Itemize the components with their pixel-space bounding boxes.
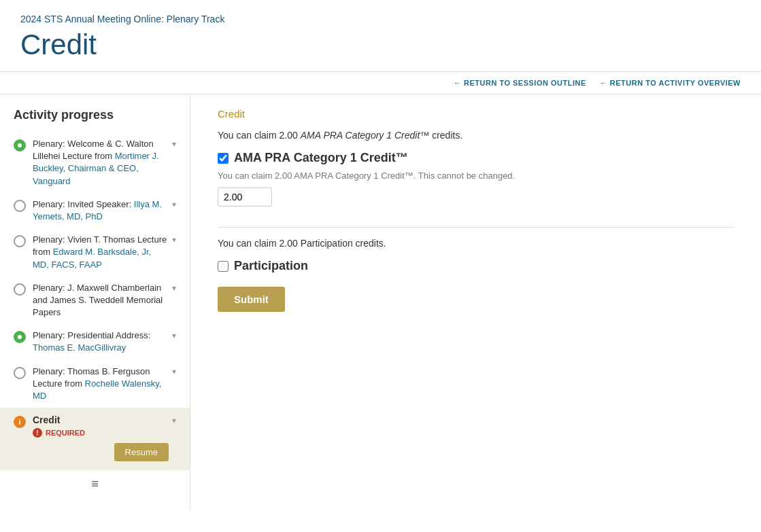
chevron-icon-1: ▾: [172, 139, 176, 149]
return-session-link[interactable]: RETURN TO SESSION OUTLINE: [454, 79, 586, 87]
sidebar-title: Activity progress: [0, 108, 190, 132]
ama-desc-prefix: You can claim 2.00: [218, 130, 301, 141]
page-header: 2024 STS Annual Meeting Online: Plenary …: [0, 0, 761, 72]
radio-empty-icon-6: [14, 367, 26, 379]
ama-checkbox-row: AMA PRA Category 1 Credit™: [218, 151, 734, 165]
radio-empty-icon-3: [14, 235, 26, 247]
required-text: REQUIRED: [46, 429, 85, 437]
radio-info-icon-credit: i: [14, 416, 26, 428]
page-subtitle: 2024 STS Annual Meeting Online: Plenary …: [20, 14, 741, 24]
chevron-icon-6: ▾: [172, 367, 176, 376]
radio-empty-icon-2: [14, 200, 26, 212]
sidebar-item-6[interactable]: Plenary: Thomas B. Ferguson Lecture from…: [0, 360, 190, 408]
required-icon: !: [33, 428, 42, 438]
sidebar-item-label-2: Plenary: Invited Speaker: Illya M. Yemet…: [33, 198, 169, 223]
sidebar-item-5[interactable]: Plenary: Presidential Address: Thomas E.…: [0, 324, 190, 359]
sidebar-item-label-6: Plenary: Thomas B. Ferguson Lecture from…: [33, 366, 169, 403]
content-area: Credit You can claim 2.00 AMA PRA Catego…: [190, 94, 761, 512]
required-badge: ! REQUIRED: [33, 428, 169, 438]
participation-checkbox-label[interactable]: Participation: [234, 259, 308, 273]
main-content: Activity progress Plenary: Welcome & C. …: [0, 94, 761, 512]
sidebar-item-credit[interactable]: i Credit ! REQUIRED Resume ▾: [0, 408, 190, 470]
sidebar-item-4[interactable]: Plenary: J. Maxwell Chamberlain and Jame…: [0, 277, 190, 325]
content-section-title: Credit: [218, 108, 734, 120]
credit-item-label: Credit: [33, 414, 169, 425]
radio-checked-icon-1: [14, 139, 26, 152]
sidebar-item-3[interactable]: Plenary: Vivien T. Thomas Lecture from E…: [0, 228, 190, 277]
ama-sub-desc-suffix: This cannot be changed.: [416, 171, 515, 181]
resume-button[interactable]: Resume: [114, 443, 169, 461]
ama-desc-credit: AMA PRA Category 1 Credit™: [301, 130, 430, 141]
chevron-icon-credit: ▾: [172, 416, 176, 425]
return-activity-link[interactable]: RETURN TO ACTIVITY OVERVIEW: [600, 79, 741, 87]
sidebar-item-2[interactable]: Plenary: Invited Speaker: Illya M. Yemet…: [0, 193, 190, 228]
page-title: Credit: [20, 29, 741, 61]
sidebar-item-label-5: Plenary: Presidential Address: Thomas E.…: [33, 330, 169, 354]
nav-bar: RETURN TO SESSION OUTLINE RETURN TO ACTI…: [0, 72, 761, 94]
participation-checkbox[interactable]: [218, 261, 229, 272]
chevron-icon-3: ▾: [172, 235, 176, 245]
ama-desc-suffix: credits.: [429, 130, 462, 141]
ama-sub-desc-prefix: You can claim 2.00 AMA PRA Category 1 Cr…: [218, 171, 416, 181]
ama-checkbox-label[interactable]: AMA PRA Category 1 Credit™: [234, 151, 408, 165]
chevron-icon-4: ▾: [172, 283, 176, 293]
sidebar-item-label-3: Plenary: Vivien T. Thomas Lecture from E…: [33, 234, 169, 271]
credit-item-content: Credit ! REQUIRED Resume: [33, 414, 169, 467]
participation-checkbox-row: Participation: [218, 259, 734, 273]
chevron-icon-2: ▾: [172, 200, 176, 209]
radio-checked-icon-5: [14, 331, 26, 343]
ama-checkbox[interactable]: [218, 153, 229, 164]
sidebar: Activity progress Plenary: Welcome & C. …: [0, 94, 190, 512]
sidebar-item-1[interactable]: Plenary: Welcome & C. Walton Lillehei Le…: [0, 132, 190, 193]
menu-icon[interactable]: ≡: [0, 470, 190, 498]
ama-value-input[interactable]: [218, 188, 272, 207]
divider: [218, 227, 734, 228]
radio-empty-icon-4: [14, 283, 26, 296]
participation-description: You can claim 2.00 Participation credits…: [218, 238, 734, 249]
ama-sub-desc: You can claim 2.00 AMA PRA Category 1 Cr…: [218, 171, 734, 181]
chevron-icon-5: ▾: [172, 331, 176, 340]
ama-description: You can claim 2.00 AMA PRA Category 1 Cr…: [218, 130, 734, 141]
sidebar-item-label-4: Plenary: J. Maxwell Chamberlain and Jame…: [33, 282, 169, 319]
submit-button[interactable]: Submit: [218, 287, 285, 312]
sidebar-item-label-1: Plenary: Welcome & C. Walton Lillehei Le…: [33, 138, 169, 188]
